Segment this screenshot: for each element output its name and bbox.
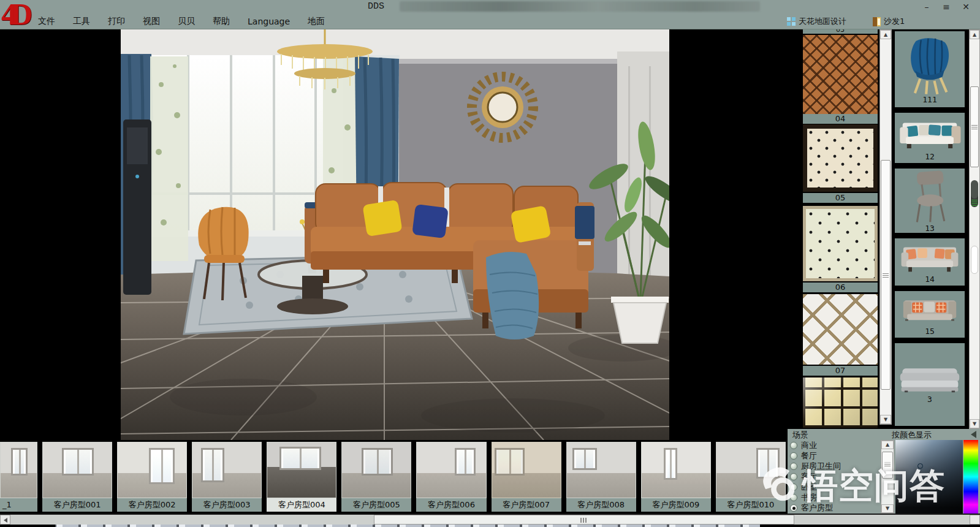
scroll-left-button[interactable] [0, 515, 10, 525]
minimize-button[interactable]: – [921, 0, 932, 13]
room-photo [566, 442, 636, 498]
chair-image [902, 169, 957, 225]
furniture-scrollbar[interactable]: ▲ ▼ [969, 29, 980, 429]
room-render [121, 29, 669, 440]
menu-file[interactable]: 文件 [38, 16, 55, 27]
menu-floor[interactable]: 地面 [308, 16, 325, 27]
furniture-thumb-sofa-15[interactable]: 15 [893, 289, 967, 339]
menu-language[interactable]: Language [248, 17, 290, 26]
scene-option-commercial[interactable]: 商业 [790, 440, 881, 450]
scene-option-customer-rooms[interactable]: 客户房型 [790, 502, 881, 513]
tile-image [803, 35, 878, 114]
redacted-title-area [400, 1, 760, 12]
furniture-thumb-gray-chair[interactable]: 13 [893, 167, 967, 235]
room-photo [492, 442, 561, 498]
color-picker-cursor[interactable] [917, 463, 923, 469]
scene-option-bedroom[interactable]: 卧室 [790, 482, 881, 492]
radio-icon[interactable] [790, 473, 797, 480]
scene-panel-title: 场景 [792, 430, 808, 441]
tile-image [803, 294, 878, 365]
scroll-down-button[interactable]: ▼ [880, 415, 891, 424]
tile-swatch[interactable]: 03 [803, 29, 878, 34]
menu-beibei[interactable]: 贝贝 [178, 16, 195, 27]
radio-icon[interactable] [790, 452, 797, 460]
scroll-thumb[interactable] [882, 452, 893, 479]
sofa-image [897, 365, 963, 396]
scene-option-dining[interactable]: 餐厅 [790, 450, 881, 461]
radio-icon[interactable] [790, 442, 797, 449]
close-button[interactable]: ✕ [960, 0, 971, 13]
furniture-thumb-sofa-12[interactable]: 12 [893, 111, 967, 165]
scroll-down-button[interactable]: ▼ [881, 504, 894, 513]
room-template-thumb[interactable]: _1 [0, 440, 39, 514]
scroll-thumb[interactable] [374, 515, 794, 525]
room-template-thumb[interactable]: 客户房型001 [40, 440, 114, 514]
menu-help[interactable]: 帮助 [213, 16, 230, 27]
color-panel-title: 按颜色显示 [892, 430, 932, 441]
library-panel: 03 04 05 06 07 ▲ [788, 29, 980, 429]
room-template-thumb-selected[interactable]: 客户房型004 [265, 440, 338, 514]
scroll-down-button[interactable]: ▼ [970, 419, 979, 428]
room-photo [641, 442, 711, 498]
room-template-thumb[interactable]: 客户房型006 [414, 440, 488, 514]
tab-ceiling-floor-design[interactable]: 天花地面设计 [787, 15, 846, 28]
tile-scrollbar[interactable]: ▲ ▼ [879, 29, 892, 425]
room-photo [117, 442, 187, 498]
radio-icon-selected[interactable] [790, 504, 797, 512]
room-template-thumb[interactable]: 客户房型009 [639, 440, 713, 514]
collapse-arrow-icon[interactable] [971, 431, 976, 438]
scene-option-kitchen-bath[interactable]: 厨房卫生间 [790, 461, 881, 471]
scene-list-scrollbar[interactable]: ▲ ▼ [881, 440, 894, 514]
menu-view[interactable]: 视图 [143, 16, 160, 27]
menu-tools[interactable]: 工具 [73, 16, 90, 27]
furniture-thumb-blue-armchair[interactable]: 111 [893, 29, 967, 109]
scroll-up-button[interactable]: ▲ [880, 30, 891, 39]
sofa-image [897, 115, 963, 153]
horizontal-scrollbar[interactable] [0, 514, 980, 525]
cropped-taskbar-row [55, 525, 760, 527]
tile-swatch[interactable]: 04 [803, 35, 878, 124]
ac-unit [123, 119, 151, 295]
room-template-thumb[interactable]: 客户房型007 [490, 440, 563, 514]
room-photo [192, 442, 262, 498]
tile-swatch[interactable]: 07 [803, 294, 878, 376]
menubar: 文件 工具 打印 视图 贝贝 帮助 Language 地面 天花地面设计 沙发1 [0, 13, 980, 29]
scroll-right-button[interactable] [970, 515, 980, 525]
room-photo [416, 442, 486, 498]
blue-armchair-image [902, 35, 958, 96]
tile-swatch[interactable]: 05 [803, 124, 878, 203]
scroll-thumb[interactable] [881, 160, 891, 390]
slider-handle[interactable] [971, 180, 978, 207]
room-template-thumb[interactable]: 客户房型010 [714, 440, 788, 514]
scroll-up-button[interactable]: ▲ [970, 30, 979, 39]
design-canvas[interactable] [0, 29, 788, 440]
radio-icon[interactable] [790, 483, 797, 491]
hue-bar[interactable] [963, 440, 978, 514]
tab-sofa1[interactable]: 沙发1 [873, 15, 905, 28]
furniture-thumb-sofa-14[interactable]: 14 [893, 237, 967, 287]
color-gradient-field[interactable] [895, 440, 963, 514]
menu-print[interactable]: 打印 [108, 16, 125, 27]
app-logo: 4D [1, 0, 37, 29]
tab-label: 天花地面设计 [799, 16, 846, 27]
radio-icon[interactable] [790, 494, 797, 501]
tile-image [803, 124, 878, 192]
room-template-thumb[interactable]: 客户房型008 [564, 440, 638, 514]
scene-option-living[interactable]: 客厅 [790, 471, 881, 482]
restore-button[interactable]: ≡ [941, 0, 952, 13]
tile-image [803, 377, 878, 428]
room-template-thumb[interactable]: 客户房型002 [115, 440, 189, 514]
radio-icon[interactable] [790, 463, 797, 470]
tile-swatch[interactable]: 06 [803, 206, 878, 292]
tab-label: 沙发1 [884, 16, 905, 27]
furniture-thumb-sofa-3[interactable]: 3 [893, 341, 967, 428]
scroll-thumb[interactable] [970, 86, 979, 167]
room-template-thumb[interactable]: 客户房型003 [190, 440, 264, 514]
sofa-image [897, 240, 963, 276]
tile-swatch[interactable] [803, 377, 878, 428]
scene-option-study[interactable]: 书房 [790, 492, 881, 502]
room-template-thumb[interactable]: 客户房型005 [340, 440, 413, 514]
slider-handle[interactable] [971, 246, 978, 274]
scroll-up-button[interactable]: ▲ [881, 441, 894, 449]
room-template-strip: _1 客户房型001 客户房型002 客户房型003 客户房型004 客户房型0… [0, 440, 788, 514]
